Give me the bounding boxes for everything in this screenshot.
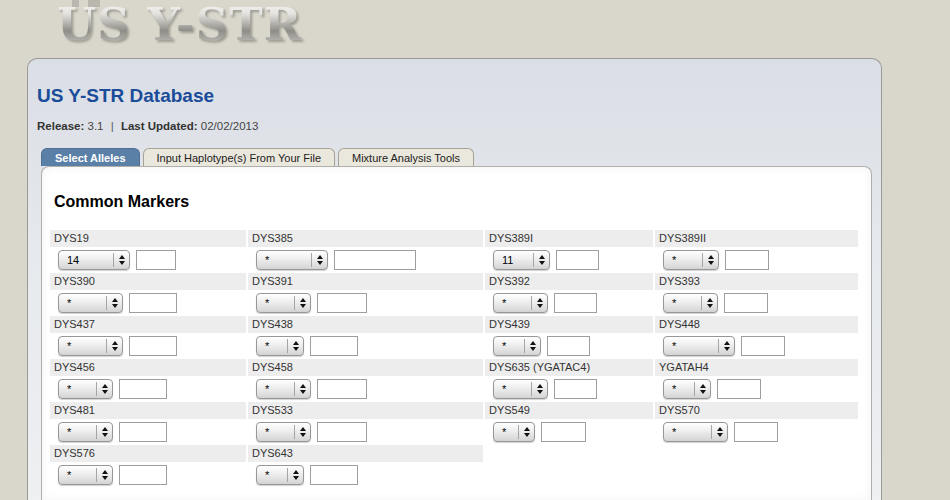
allele-input[interactable] — [547, 336, 590, 356]
allele-input[interactable] — [554, 293, 597, 313]
allele-select[interactable]: * — [493, 336, 541, 356]
arrow-down-icon — [707, 304, 713, 308]
allele-input[interactable] — [129, 336, 177, 356]
allele-input[interactable] — [317, 379, 367, 399]
allele-input[interactable] — [310, 465, 358, 485]
allele-input[interactable] — [741, 336, 785, 356]
stepper-arrows-icon — [695, 380, 710, 398]
allele-input[interactable] — [119, 379, 167, 399]
marker-label: DYS438 — [248, 316, 483, 333]
marker-control-cell: * — [485, 419, 653, 445]
arrow-down-icon — [300, 433, 306, 437]
allele-select[interactable]: * — [663, 336, 735, 356]
allele-input[interactable] — [317, 293, 367, 313]
allele-select[interactable]: * — [58, 465, 113, 485]
allele-select[interactable]: 11 — [493, 250, 550, 270]
marker-control-row: 14*11* — [50, 247, 858, 273]
marker-control-cell: * — [50, 462, 246, 488]
marker-label-row: DYS576DYS643 — [50, 445, 858, 462]
stepper-arrows-icon — [519, 423, 534, 441]
allele-input[interactable] — [317, 422, 367, 442]
site-logo: US Y-STR — [57, 0, 302, 51]
allele-select[interactable]: 14 — [58, 250, 130, 270]
arrow-up-icon — [717, 427, 723, 431]
marker-label: DYS576 — [50, 445, 246, 462]
allele-select[interactable]: * — [256, 465, 304, 485]
marker-control-cell: * — [655, 290, 858, 316]
tab-mixture-analysis-tools[interactable]: Mixture Analysis Tools — [338, 148, 474, 166]
stepper-arrows-icon — [312, 251, 327, 269]
arrow-up-icon — [537, 384, 543, 388]
allele-input[interactable] — [734, 422, 778, 442]
arrow-down-icon — [119, 261, 125, 265]
marker-label: DYS391 — [248, 273, 483, 290]
allele-select-value: * — [59, 423, 96, 441]
allele-input[interactable] — [119, 422, 167, 442]
allele-select[interactable]: * — [58, 379, 113, 399]
allele-select[interactable]: * — [663, 422, 728, 442]
allele-input[interactable] — [724, 293, 768, 313]
stepper-arrows-icon — [703, 251, 718, 269]
marker-label: YGATAH4 — [655, 359, 858, 376]
allele-input[interactable] — [119, 465, 167, 485]
allele-input[interactable] — [129, 293, 177, 313]
markers-grid: DYS19DYS385DYS389IDYS389II14*11*DYS390DY… — [50, 230, 858, 488]
stepper-arrows-icon — [288, 337, 303, 355]
tab-select-alleles[interactable]: Select Alleles — [41, 148, 140, 166]
marker-label-row: DYS437DYS438DYS439DYS448 — [50, 316, 858, 333]
allele-input[interactable] — [725, 250, 769, 270]
allele-select-value: * — [494, 423, 518, 441]
arrow-down-icon — [112, 304, 118, 308]
allele-select[interactable]: * — [58, 336, 123, 356]
allele-select-value: * — [59, 294, 106, 312]
allele-select[interactable]: * — [493, 422, 535, 442]
allele-input[interactable] — [554, 379, 597, 399]
allele-select[interactable]: * — [663, 250, 719, 270]
allele-input[interactable] — [717, 379, 761, 399]
allele-select[interactable]: * — [256, 422, 311, 442]
marker-label-row: DYS456DYS458DYS635 (YGATAC4)YGATAH4 — [50, 359, 858, 376]
allele-select[interactable]: * — [58, 422, 113, 442]
allele-select[interactable]: * — [493, 379, 548, 399]
allele-select-value: * — [257, 251, 311, 269]
allele-select-value: * — [59, 380, 96, 398]
page-title: US Y-STR Database — [37, 85, 214, 107]
allele-input[interactable] — [136, 250, 176, 270]
allele-select[interactable]: * — [58, 293, 123, 313]
marker-label: DYS570 — [655, 402, 858, 419]
allele-select[interactable]: * — [256, 379, 311, 399]
arrow-down-icon — [539, 261, 545, 265]
arrow-up-icon — [539, 255, 545, 259]
arrow-down-icon — [724, 347, 730, 351]
allele-select[interactable]: * — [663, 379, 711, 399]
stepper-arrows-icon — [719, 337, 734, 355]
marker-control-cell: * — [248, 419, 483, 445]
stepper-arrows-icon — [107, 294, 122, 312]
allele-select[interactable]: * — [256, 293, 311, 313]
allele-select[interactable]: * — [663, 293, 718, 313]
tab-input-haplotype-s-from-your-file[interactable]: Input Haplotype(s) From Your File — [143, 148, 335, 166]
allele-input[interactable] — [556, 250, 599, 270]
arrow-down-icon — [708, 261, 714, 265]
arrow-up-icon — [724, 341, 730, 345]
allele-select[interactable]: * — [493, 293, 548, 313]
allele-select-value: * — [494, 294, 531, 312]
separator: | — [111, 120, 114, 132]
allele-select[interactable]: * — [256, 250, 328, 270]
arrow-down-icon — [293, 347, 299, 351]
allele-input[interactable] — [310, 336, 358, 356]
marker-label: DYS439 — [485, 316, 653, 333]
marker-label-row: DYS19DYS385DYS389IDYS389II — [50, 230, 858, 247]
allele-select-value: * — [664, 294, 701, 312]
marker-label: DYS389II — [655, 230, 858, 247]
stepper-arrows-icon — [114, 251, 129, 269]
marker-label-row: DYS390DYS391DYS392DYS393 — [50, 273, 858, 290]
allele-input[interactable] — [334, 250, 416, 270]
allele-input[interactable] — [541, 422, 586, 442]
marker-control-row: **** — [50, 290, 858, 316]
marker-label: DYS385 — [248, 230, 483, 247]
allele-select[interactable]: * — [256, 336, 304, 356]
arrow-down-icon — [102, 476, 108, 480]
arrow-down-icon — [700, 390, 706, 394]
marker-control-cell: * — [655, 247, 858, 273]
